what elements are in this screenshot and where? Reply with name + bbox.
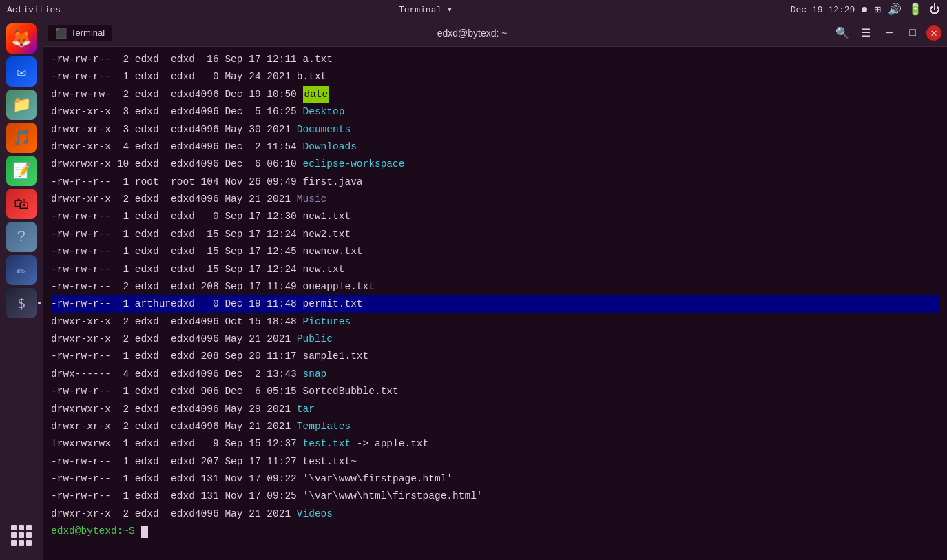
table-row: -rw-rw-r-- 1 edxd edxd 131 Nov 17 09:22 …: [51, 470, 939, 488]
terminal-titlebar: ⬛ Terminal edxd@bytexd: ~ 🔍 ☰ — □ ✕: [43, 19, 947, 47]
table-row: drwxr-xr-x 3 edxd edxd 4096 May 30 2021 …: [51, 121, 939, 138]
dock-icon-firefox[interactable]: 🦊: [6, 23, 37, 54]
dock-icon-grid[interactable]: [6, 520, 37, 550]
tab-icon: ⬛: [55, 28, 67, 39]
dock-icon-libreoffice[interactable]: 📝: [6, 156, 37, 186]
table-row: drwxrwxr-x 10 edxd edxd 4096 Dec 6 06:10…: [51, 156, 939, 173]
filename-dir: eclipse-workspace: [303, 156, 405, 173]
table-row: drwxr-xr-x 4 edxd edxd 4096 Dec 2 11:54 …: [51, 138, 939, 156]
filename-file: first.java: [303, 174, 363, 191]
table-row: drwxr-xr-x 2 edxd edxd 4096 May 21 2021 …: [51, 191, 939, 208]
terminal-tab[interactable]: ⬛ Terminal: [48, 25, 112, 41]
power-icon[interactable]: ⏻: [929, 3, 940, 17]
table-row: -rw-rw-r-- 1 edxd edxd 0 Sep 17 12:30 ne…: [51, 208, 939, 225]
filename-file: '\var\www\html\firstpage.html': [303, 488, 483, 505]
table-row: -rw-rw-r-- 2 edxd edxd 16 Sep 17 12:11 a…: [51, 51, 939, 68]
table-row: drwx------ 4 edxd edxd 4096 Dec 2 13:43 …: [51, 366, 939, 383]
filename-file: newnew.txt: [303, 243, 363, 260]
filename-file: new1.txt: [303, 208, 351, 225]
activities-label[interactable]: Activities: [7, 5, 61, 15]
table-row: -rw-rw-r-- 1 edxd edxd 15 Sep 17 12:24 n…: [51, 226, 939, 243]
filename-dir: tar: [297, 401, 315, 418]
system-bar-right: Dec 19 12:29 ⊞ 🔊 🔋 ⏻: [791, 3, 940, 17]
table-row: drwxr-xr-x 3 edxd edxd 4096 Dec 5 16:25 …: [51, 103, 939, 121]
table-row: drwxrwxr-x 2 edxd edxd 4096 May 29 2021 …: [51, 401, 939, 418]
titlebar-controls: 🔍 ☰ — □ ✕: [833, 23, 941, 43]
table-row: -rw-rw-r-- 1 edxd edxd 15 Sep 17 12:45 n…: [51, 243, 939, 260]
search-button[interactable]: 🔍: [833, 23, 852, 43]
filename-highlight: date: [303, 86, 330, 103]
filename-file: b.txt: [297, 68, 327, 85]
filename-file: new2.txt: [303, 226, 351, 243]
minimize-button[interactable]: —: [880, 23, 899, 43]
table-row: lrwxrwxrwx 1 edxd edxd 9 Sep 15 12:37 te…: [51, 435, 939, 453]
filename-link: test.txt: [303, 435, 351, 453]
prompt-text: edxd@bytexd:~$: [51, 523, 141, 540]
filename-dir-grey: Music: [297, 191, 327, 208]
filename-file: a.txt: [303, 51, 333, 68]
filename-file: permit.txt: [303, 295, 363, 313]
dock-icon-terminal[interactable]: $: [6, 288, 37, 318]
table-row: drwxr-xr-x 2 edxd edxd 4096 May 21 2021 …: [51, 418, 939, 435]
system-bar-center: Terminal ▾: [399, 4, 452, 15]
filename-file: '\var\www\firstpage.html': [303, 470, 453, 488]
filename-dir: Videos: [297, 506, 333, 523]
table-row: -rw-rw-r-- 1 arthur edxd 0 Dec 19 11:48 …: [51, 295, 939, 313]
battery-icon[interactable]: 🔋: [908, 3, 922, 17]
volume-icon[interactable]: 🔊: [888, 3, 902, 17]
filename-file: oneapple.txt: [303, 278, 375, 295]
prompt-line: edxd@bytexd:~$: [51, 523, 939, 540]
tab-label: Terminal: [71, 28, 105, 38]
system-bar-left: Activities: [7, 5, 61, 15]
dock-icon-help[interactable]: ?: [6, 222, 37, 252]
table-row: drwxr-xr-x 2 edxd edxd 4096 Oct 15 18:48…: [51, 313, 939, 331]
menu-button[interactable]: ☰: [856, 23, 875, 43]
table-row: -rw-r--r-- 1 root root 104 Nov 26 09:49 …: [51, 174, 939, 191]
filename-file: sample1.txt: [303, 348, 369, 365]
filename-dir: Public: [297, 331, 333, 348]
table-row: drw-rw-rw- 2 edxd edxd 4096 Dec 19 10:50…: [51, 86, 939, 103]
datetime-label: Dec 19 12:29: [791, 5, 855, 15]
table-row: drwxr-xr-x 2 edxd edxd 4096 May 21 2021 …: [51, 331, 939, 348]
terminal-content[interactable]: -rw-rw-r-- 2 edxd edxd 16 Sep 17 12:11 a…: [43, 47, 947, 560]
terminal-title: edxd@bytexd: ~: [112, 28, 833, 39]
dock-icon-files[interactable]: 📁: [6, 90, 37, 120]
status-dot: [862, 7, 867, 12]
filename-dir: Pictures: [303, 313, 351, 331]
terminal-window: ⬛ Terminal edxd@bytexd: ~ 🔍 ☰ — □ ✕ -rw-…: [43, 19, 947, 560]
dock-icon-rhythmbox[interactable]: 🎵: [6, 123, 37, 153]
table-row: -rw-rw-r-- 1 edxd edxd 906 Dec 6 05:15 S…: [51, 383, 939, 400]
table-row: drwxr-xr-x 2 edxd edxd 4096 May 21 2021 …: [51, 506, 939, 523]
table-row: -rw-rw-r-- 1 edxd edxd 208 Sep 20 11:17 …: [51, 348, 939, 365]
filename-dir: Downloads: [303, 138, 357, 156]
close-button[interactable]: ✕: [926, 25, 941, 41]
filename-file: new.txt: [303, 261, 345, 278]
terminal-label[interactable]: Terminal ▾: [399, 4, 452, 15]
dock-icon-thunderbird[interactable]: ✉: [6, 56, 37, 87]
dock-icon-appstore[interactable]: 🛍: [6, 189, 37, 219]
filename-dir: Desktop: [303, 103, 345, 121]
filename-dir: snap: [303, 366, 327, 383]
table-row: -rw-rw-r-- 2 edxd edxd 208 Sep 17 11:49 …: [51, 278, 939, 295]
system-bar: Activities Terminal ▾ Dec 19 12:29 ⊞ 🔊 🔋…: [0, 0, 947, 19]
titlebar-left: ⬛ Terminal: [48, 25, 112, 41]
cursor: [141, 526, 148, 538]
filename-dir: Templates: [297, 418, 351, 435]
filename-file: SortedBubble.txt: [303, 383, 399, 400]
dock: 🦊 ✉ 📁 🎵 📝 🛍 ? ✏ $: [0, 19, 43, 560]
filename-dir: Documents: [297, 121, 351, 138]
table-row: -rw-rw-r-- 1 edxd edxd 207 Sep 17 11:27 …: [51, 453, 939, 470]
network-icon[interactable]: ⊞: [874, 3, 881, 17]
table-row: -rw-rw-r-- 1 edxd edxd 131 Nov 17 09:25 …: [51, 488, 939, 505]
maximize-button[interactable]: □: [903, 23, 922, 43]
filename-file: test.txt~: [303, 453, 357, 470]
table-row: -rw-rw-r-- 1 edxd edxd 0 May 24 2021 b.t…: [51, 68, 939, 85]
table-row: -rw-rw-r-- 1 edxd edxd 15 Sep 17 12:24 n…: [51, 261, 939, 278]
dock-icon-gedit[interactable]: ✏: [6, 255, 37, 285]
